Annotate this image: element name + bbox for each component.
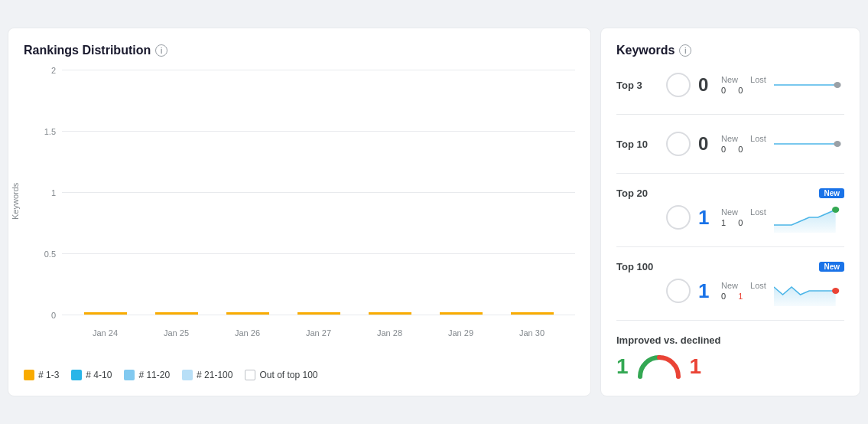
kw-row-top20: 1 New Lost 1 0 (616, 202, 844, 233)
rankings-distribution-card: Rankings Distribution i Keywords 2 1.5 1 (8, 28, 591, 396)
mini-chart-top10 (774, 129, 844, 159)
left-info-icon[interactable]: i (155, 44, 167, 57)
chart-legend: # 1-3 # 4-10 # 11-20 # 21-100 Out of top… (24, 370, 575, 380)
chart-area: Keywords 2 1.5 1 0.5 (24, 70, 575, 360)
bar-group-jan24 (84, 312, 127, 315)
kw-label-top10: Top 10 (616, 139, 658, 150)
bar-group-jan27 (297, 312, 340, 315)
x-label-jan30: Jan 30 (511, 328, 554, 338)
y-axis-label: Keywords (11, 183, 20, 220)
improved-count: 1 (616, 354, 629, 379)
legend-label-1-3: # 1-3 (38, 370, 59, 380)
x-labels: Jan 24 Jan 25 Jan 26 Jan 27 Jan 28 Jan 2… (62, 328, 575, 338)
right-info-icon[interactable]: i (679, 44, 691, 57)
mini-chart-top100 (774, 276, 844, 306)
lost-label-top100: Lost (750, 281, 766, 290)
bar-jan29-seg1 (440, 312, 483, 315)
kw-count-top100: 1 (698, 279, 714, 303)
x-label-jan27: Jan 27 (297, 328, 340, 338)
x-label-jan26: Jan 26 (226, 328, 269, 338)
legend-color-4-10 (71, 370, 82, 380)
legend-label-4-10: # 4-10 (86, 370, 112, 380)
kw-circle-top3 (666, 73, 691, 97)
x-label-jan24: Jan 24 (84, 328, 127, 338)
badge-top20: New (819, 188, 844, 198)
bar-jan30-seg1 (511, 312, 554, 315)
kw-nl-header-top20: New Lost (721, 207, 766, 217)
kw-circle-top20 (666, 205, 691, 230)
declined-count: 1 (690, 354, 702, 379)
kw-nl-values-top20: 1 0 (721, 218, 766, 227)
kw-section-top100: Top 100 New 1 New Lost 0 1 (616, 261, 844, 321)
kw-section-top10: Top 10 0 New Lost 0 0 (616, 129, 844, 174)
legend-label-out-top100: Out of top 100 (259, 370, 317, 380)
kw-nl-values-top10: 0 0 (721, 145, 766, 154)
kw-nl-header-top10: New Lost (721, 134, 766, 143)
legend-item-11-20: # 11-20 (124, 370, 170, 380)
kw-section-top3: Top 3 0 New Lost 0 0 (616, 70, 844, 115)
new-label-top3: New (721, 75, 738, 84)
kw-new-lost-top3: New Lost 0 0 (721, 75, 766, 95)
improved-section: Improved vs. declined 1 1 (616, 334, 844, 380)
svg-point-1 (834, 82, 840, 88)
legend-item-4-10: # 4-10 (71, 370, 112, 380)
kw-count-top20: 1 (698, 206, 714, 230)
kw-new-lost-top10: New Lost 0 0 (721, 134, 766, 154)
lost-val-top10: 0 (738, 145, 743, 154)
bar-jan26-seg1 (226, 312, 269, 315)
kw-label-top20: Top 20 (616, 188, 658, 199)
bar-group-jan30 (511, 312, 554, 315)
keywords-card: Keywords i Top 3 0 New Lost 0 0 (600, 28, 860, 396)
legend-label-11-20: # 11-20 (138, 370, 170, 380)
kw-nl-header-top100: New Lost (721, 281, 766, 290)
lost-val-top100: 1 (738, 292, 743, 301)
bar-jan25-seg1 (155, 312, 198, 315)
right-card-header: Keywords i (616, 44, 844, 57)
kw-nl-values-top100: 0 1 (721, 292, 766, 301)
improved-row: 1 1 (616, 354, 844, 380)
legend-item-out-top100: Out of top 100 (245, 370, 317, 380)
new-val-top100: 0 (721, 292, 726, 301)
legend-color-21-100 (182, 370, 193, 380)
left-card-header: Rankings Distribution i (24, 44, 575, 57)
new-label-top10: New (721, 134, 738, 143)
improved-title: Improved vs. declined (616, 334, 844, 346)
new-val-top10: 0 (721, 145, 726, 154)
legend-item-1-3: # 1-3 (24, 370, 59, 380)
new-label-top100: New (721, 281, 738, 290)
chart-inner: 2 1.5 1 0.5 0 (62, 70, 575, 338)
bar-group-jan25 (155, 312, 198, 315)
new-val-top3: 0 (721, 86, 726, 95)
kw-nl-header-top3: New Lost (721, 75, 766, 84)
mini-chart-top3 (774, 70, 844, 100)
bar-group-jan28 (369, 312, 411, 315)
svg-point-3 (834, 141, 840, 147)
bar-jan28-seg1 (369, 312, 411, 315)
right-card-title: Keywords (616, 44, 675, 57)
kw-circle-top100 (666, 279, 691, 303)
kw-label-top3: Top 3 (616, 80, 658, 91)
legend-label-21-100: # 21-100 (197, 370, 232, 380)
kw-new-lost-top20: New Lost 1 0 (721, 207, 766, 227)
new-label-top20: New (721, 207, 738, 217)
kw-count-top10: 0 (698, 133, 714, 155)
x-label-jan25: Jan 25 (155, 328, 198, 338)
x-label-jan28: Jan 28 (369, 328, 411, 338)
kw-row-top100: 1 New Lost 0 1 (616, 276, 844, 306)
lost-label-top10: Lost (750, 134, 766, 143)
gauge-chart (636, 354, 682, 380)
x-label-jan29: Jan 29 (440, 328, 483, 338)
legend-color-1-3 (24, 370, 34, 380)
kw-row-top3: Top 3 0 New Lost 0 0 (616, 70, 844, 100)
lost-val-top20: 0 (738, 218, 743, 227)
lost-label-top20: Lost (750, 207, 766, 217)
svg-point-7 (832, 288, 839, 294)
left-card-title: Rankings Distribution (24, 44, 151, 57)
kw-row-top10: Top 10 0 New Lost 0 0 (616, 129, 844, 159)
bar-group-jan26 (226, 312, 269, 315)
kw-new-lost-top100: New Lost 0 1 (721, 281, 766, 301)
kw-count-top3: 0 (698, 74, 714, 96)
badge-top100: New (819, 262, 844, 272)
new-val-top20: 1 (721, 218, 726, 227)
bars-container (62, 70, 575, 315)
